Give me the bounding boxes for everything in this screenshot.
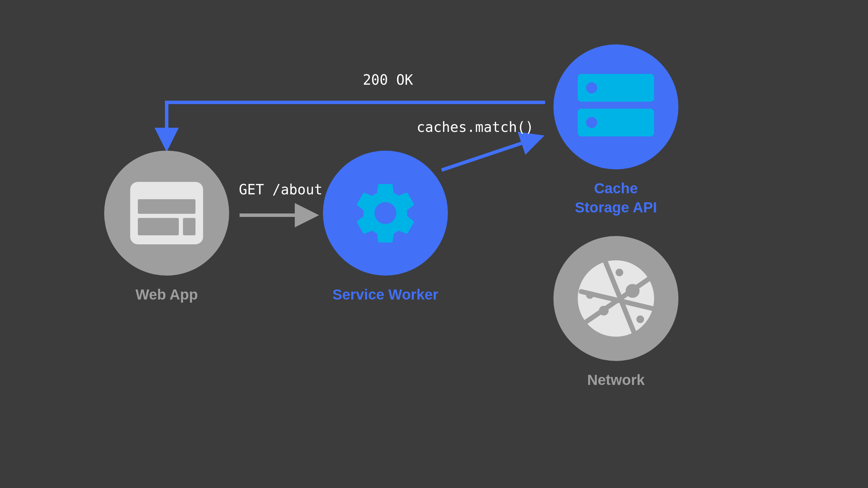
svg-point-14 xyxy=(616,269,623,276)
web-app-circle xyxy=(104,151,229,276)
network-circle xyxy=(553,236,678,361)
node-network: Network xyxy=(553,236,678,390)
service-worker-circle xyxy=(323,151,448,276)
svg-point-7 xyxy=(586,117,597,128)
node-label-web-app: Web App xyxy=(104,285,229,304)
svg-rect-3 xyxy=(183,218,195,235)
node-web-app: Web App xyxy=(104,151,229,304)
browser-window-icon xyxy=(130,182,203,244)
svg-point-5 xyxy=(586,82,597,93)
node-label-cache-storage: Cache Storage API xyxy=(553,179,678,217)
cache-storage-circle xyxy=(553,44,678,169)
svg-point-12 xyxy=(626,284,640,298)
edge-label-200-ok: 200 OK xyxy=(363,72,413,88)
node-label-service-worker: Service Worker xyxy=(323,285,448,304)
node-service-worker: Service Worker xyxy=(323,151,448,304)
svg-rect-2 xyxy=(138,218,179,235)
arrow-caches-match xyxy=(442,137,540,170)
svg-rect-1 xyxy=(138,199,195,214)
diagram-stage: GET /about caches.match() 200 OK Web App… xyxy=(0,0,868,488)
gear-icon xyxy=(349,177,422,250)
edge-label-caches-match: caches.match() xyxy=(417,119,534,135)
svg-point-16 xyxy=(636,315,644,323)
svg-point-15 xyxy=(586,291,594,299)
node-label-network: Network xyxy=(553,371,678,390)
node-cache-storage: Cache Storage API xyxy=(553,44,678,217)
edge-label-get-about: GET /about xyxy=(239,182,323,197)
svg-point-13 xyxy=(599,306,609,315)
storage-icon xyxy=(578,74,654,140)
network-globe-icon xyxy=(571,253,661,344)
